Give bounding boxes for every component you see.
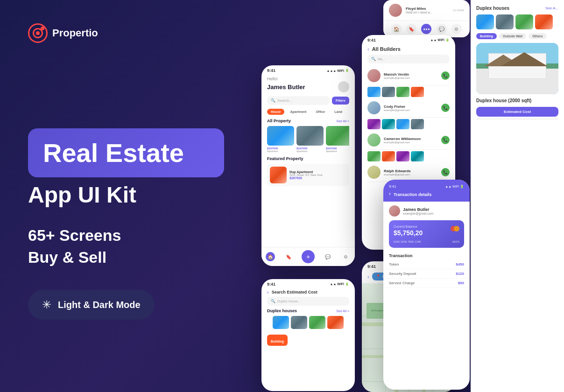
tag-apartment[interactable]: Apartment — [286, 109, 310, 115]
duplex-search[interactable]: 🔍 Duplex House... — [267, 297, 349, 306]
builder-info-3: Cameron Williamson example@gmail.com — [384, 137, 441, 144]
category-tags: House Apartment Office Land — [267, 109, 349, 115]
tag-office[interactable]: Office — [312, 109, 329, 115]
mini-photo-9 — [367, 151, 381, 161]
property-cards: $267000 Apartment $267000 Apartment $267… — [267, 126, 349, 153]
duplex-header: Duplex houses See All » — [267, 308, 349, 313]
rp-thumb-3[interactable] — [515, 14, 533, 29]
status-time-3: 9:41 — [367, 264, 376, 269]
tab-building[interactable]: Building — [476, 33, 497, 39]
chat-nav-icon[interactable]: ●●● — [421, 24, 431, 34]
building-tag-label: Building — [271, 340, 284, 343]
trans-status-icons: ▲▲ WiFi 🔋 — [445, 185, 464, 189]
tab-others[interactable]: Others — [529, 33, 547, 39]
dup-thumb-1[interactable] — [273, 316, 289, 329]
dup-thumb-4[interactable] — [327, 316, 344, 329]
builder-photos-2 — [367, 119, 450, 129]
call-btn-2[interactable]: 📞 — [441, 104, 450, 112]
dup-thumb-2[interactable] — [291, 316, 307, 329]
builder-row-3[interactable]: Cameron Williamson example@gmail.com 📞 — [367, 131, 450, 150]
featured-name: Dup Apartment — [289, 170, 346, 174]
builder-photos-1 — [367, 87, 450, 97]
gear-icon[interactable]: ⚙ — [341, 252, 351, 261]
app-name: Propertio — [52, 27, 98, 39]
builder-info-4: Ralph Edwards example@gmail.com — [384, 169, 441, 176]
stat-features: Buy & Sell — [28, 248, 224, 266]
mini-photo-3 — [396, 87, 409, 97]
trans-user-info: James Butler example@gmail.com — [403, 207, 433, 215]
property-card-1[interactable]: $267000 Apartment — [267, 126, 294, 153]
call-btn-1[interactable]: 📞 — [441, 71, 450, 80]
prop-type-2: Apartment — [296, 150, 324, 153]
mini-photo-11 — [396, 151, 409, 161]
see-all-1[interactable]: See All » — [336, 119, 349, 123]
featured-card[interactable]: Dup Apartment 2021 Street, NY, New York … — [267, 164, 349, 186]
builder-row-1[interactable]: Manish Verdin example@gmail.com 📞 — [367, 66, 450, 85]
tag-land[interactable]: Land — [331, 109, 346, 115]
search-box[interactable]: 🔍 Search... — [267, 96, 330, 105]
dup-thumb-3[interactable] — [309, 316, 325, 329]
status-icons-2: ▲▲ WiFi 🔋 — [430, 38, 450, 42]
add-icon[interactable]: + — [302, 250, 315, 263]
mini-photo-1 — [367, 87, 381, 97]
rp-thumb-1[interactable] — [476, 14, 494, 29]
hero-title-box: Real Estate — [28, 128, 224, 178]
settings-nav-icon[interactable]: ⚙ — [451, 24, 462, 34]
featured-header: Featured Property — [267, 156, 349, 161]
trans-time: 9:41 — [389, 184, 396, 189]
mini-photo-2 — [382, 87, 395, 97]
username-1: James Butler — [267, 84, 305, 91]
builder-photos-3 — [367, 151, 450, 161]
back-arrow-2[interactable]: ‹ — [367, 46, 369, 52]
map-back-arrow[interactable]: ‹ — [367, 274, 369, 280]
duplex-see-all[interactable]: See All » — [336, 309, 349, 313]
builder-row-2[interactable]: Cody Fisher example@gmail.com 📞 — [367, 98, 450, 118]
building-tag[interactable]: Building — [267, 335, 288, 346]
builders-search[interactable]: 🔍 Ma... — [367, 55, 450, 63]
dark-mode-button[interactable]: ✳ Light & Dark Mode — [28, 290, 155, 320]
bookmark-icon[interactable]: 🔖 — [284, 252, 293, 261]
bookmark-nav-icon[interactable]: 🔖 — [406, 24, 416, 34]
rp-filter-tabs: Building Outside Wall Others — [471, 29, 564, 43]
hero-subtitle: App UI Kit — [28, 182, 224, 208]
trans-label-token: Token — [389, 262, 399, 266]
tab-outside-wall[interactable]: Outside Wall — [499, 33, 526, 39]
home-nav-icon[interactable]: 🏠 — [391, 24, 402, 34]
rp-see-all[interactable]: See A... — [545, 6, 558, 10]
phone-estimated-cost: 9:41 ▲▲ WiFi 🔋 ‹ Search Estimated Cost 🔍… — [261, 279, 355, 391]
mini-photo-10 — [382, 151, 395, 161]
status-time-1: 9:41 — [267, 68, 275, 73]
rp-thumb-2[interactable] — [496, 14, 514, 29]
builder-avatar-1 — [367, 69, 381, 82]
dark-mode-label: Light & Dark Mode — [58, 300, 141, 310]
builder-info-2: Cody Fisher example@gmail.com — [384, 105, 441, 112]
builder-row-4[interactable]: Ralph Edwards example@gmail.com 📞 — [367, 163, 450, 182]
home-icon[interactable]: 🏠 — [266, 252, 275, 261]
search-icon: 🔍 — [271, 98, 275, 103]
message-nav-icon[interactable]: 💬 — [437, 24, 447, 34]
balance-amount: $5,750,20 — [394, 229, 423, 237]
trans-header: 9:41 ▲▲ WiFi 🔋 ‹ Transaction details — [383, 180, 470, 202]
property-card-2[interactable]: $267000 Apartment — [296, 126, 324, 153]
builder-email-4: example@gmail.com — [384, 173, 441, 176]
bottom-nav-1: 🏠 🔖 + 💬 ⚙ — [261, 247, 355, 266]
prop-img-3 — [326, 126, 349, 146]
transaction-panel: 9:41 ▲▲ WiFi 🔋 ‹ Transaction details Jam… — [383, 180, 470, 390]
all-property-header: All Property See All » — [267, 119, 349, 123]
chat-icon[interactable]: 💬 — [323, 252, 332, 261]
rp-thumb-4[interactable] — [535, 14, 553, 29]
hero-title: Real Estate — [43, 139, 209, 168]
property-card-3[interactable]: $267000 Apartment — [326, 126, 349, 153]
back-arrow-4[interactable]: ‹ — [267, 289, 269, 295]
balance-card: Current Balance $5,750,20 5282 3456 7890… — [389, 220, 464, 248]
mini-photo-6 — [382, 119, 395, 129]
trans-section-title: Transaction — [383, 252, 470, 260]
filter-button[interactable]: Filters — [332, 97, 349, 105]
mini-photo-4 — [411, 87, 424, 97]
trans-back-arrow[interactable]: ‹ — [389, 190, 391, 197]
rp-estimated-cost-btn[interactable]: Estimated Cost — [476, 107, 558, 117]
tag-house[interactable]: House — [267, 109, 284, 115]
builder-name-4: Ralph Edwards — [384, 169, 441, 173]
call-btn-4[interactable]: 📞 — [441, 168, 450, 176]
call-btn-3[interactable]: 📞 — [441, 136, 450, 144]
